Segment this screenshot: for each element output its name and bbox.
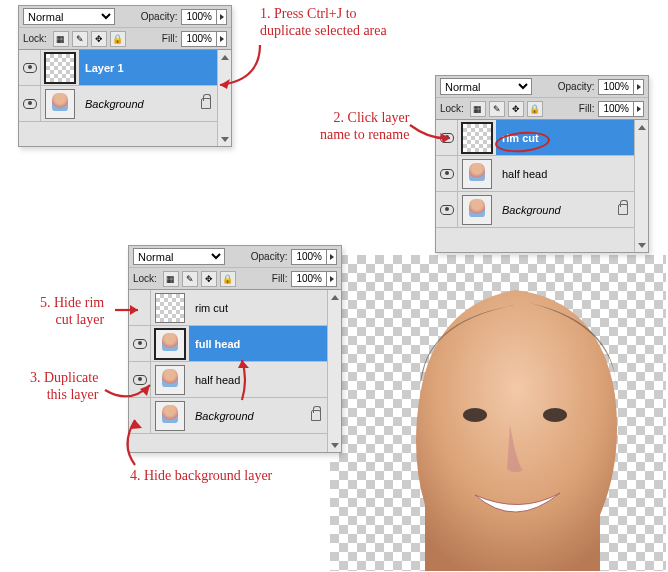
opacity-field[interactable]: 100% [598, 79, 644, 95]
fill-label: Fill: [579, 103, 595, 114]
scrollbar[interactable] [217, 50, 231, 146]
fill-field[interactable]: 100% [598, 101, 644, 117]
layer-thumbnail[interactable] [155, 329, 185, 359]
visibility-toggle[interactable] [19, 50, 41, 85]
lock-pixels-icon[interactable]: ✎ [182, 271, 198, 287]
layers-panel-2: Normal Opacity: 100% Lock: ▦ ✎ ✥ 🔒 Fill:… [435, 75, 649, 253]
visibility-toggle[interactable] [129, 362, 151, 397]
visibility-toggle[interactable] [436, 192, 458, 227]
lock-all-icon[interactable]: 🔒 [527, 101, 543, 117]
visibility-toggle[interactable] [436, 120, 458, 155]
lock-all-icon[interactable]: 🔒 [110, 31, 126, 47]
fill-label: Fill: [272, 273, 288, 284]
lock-buttons[interactable]: ▦ ✎ ✥ 🔒 [163, 271, 236, 287]
annotation-5: 5. Hide rim cut layer [40, 295, 104, 329]
fill-field[interactable]: 100% [291, 271, 337, 287]
layer-row[interactable]: full head [129, 326, 327, 362]
eye-icon [440, 133, 454, 143]
layer-name[interactable]: half head [189, 362, 327, 397]
layer-name[interactable]: rim cut [189, 290, 327, 325]
layer-thumbnail[interactable] [462, 159, 492, 189]
eye-icon [440, 205, 454, 215]
lock-pixels-icon[interactable]: ✎ [489, 101, 505, 117]
layer-name[interactable]: full head [189, 326, 327, 361]
layer-name[interactable]: Layer 1 [79, 50, 217, 85]
annotation-4: 4. Hide background layer [130, 468, 272, 485]
visibility-toggle[interactable] [19, 86, 41, 121]
layer-thumbnail[interactable] [462, 195, 492, 225]
layers-panel-3: Normal Opacity: 100% Lock: ▦ ✎ ✥ 🔒 Fill:… [128, 245, 342, 453]
scrollbar[interactable] [634, 120, 648, 252]
layer-row[interactable]: rim cut [436, 120, 634, 156]
layer-thumbnail[interactable] [45, 89, 75, 119]
opacity-label: Opacity: [558, 81, 595, 92]
lock-transparency-icon[interactable]: ▦ [163, 271, 179, 287]
lock-position-icon[interactable]: ✥ [91, 31, 107, 47]
layer-row[interactable]: rim cut [129, 290, 327, 326]
layer-name[interactable]: rim cut [496, 120, 634, 155]
layer-thumbnail[interactable] [45, 53, 75, 83]
blend-mode-select[interactable]: Normal [133, 248, 225, 265]
lock-pixels-icon[interactable]: ✎ [72, 31, 88, 47]
lock-icon [201, 98, 211, 109]
lock-label: Lock: [440, 103, 464, 114]
lock-transparency-icon[interactable]: ▦ [53, 31, 69, 47]
opacity-label: Opacity: [251, 251, 288, 262]
layer-row[interactable]: half head [436, 156, 634, 192]
blend-mode-select[interactable]: Normal [440, 78, 532, 95]
eye-icon [133, 375, 147, 385]
fill-field[interactable]: 100% [181, 31, 227, 47]
lock-icon [618, 204, 628, 215]
lock-buttons[interactable]: ▦ ✎ ✥ 🔒 [470, 101, 543, 117]
layer-name[interactable]: Background [496, 192, 634, 227]
layer-row[interactable]: Layer 1 [19, 50, 217, 86]
opacity-field[interactable]: 100% [291, 249, 337, 265]
annotation-3: 3. Duplicate this layer [30, 370, 98, 404]
lock-buttons[interactable]: ▦ ✎ ✥ 🔒 [53, 31, 126, 47]
eye-icon [440, 169, 454, 179]
eye-icon [133, 339, 147, 349]
blend-mode-select[interactable]: Normal [23, 8, 115, 25]
svg-point-1 [543, 408, 567, 422]
lock-label: Lock: [133, 273, 157, 284]
annotation-1: 1. Press Ctrl+J to duplicate selected ar… [260, 6, 387, 40]
layer-thumbnail[interactable] [155, 365, 185, 395]
opacity-label: Opacity: [141, 11, 178, 22]
head-cutout-image [365, 265, 665, 571]
layer-thumbnail[interactable] [155, 293, 185, 323]
scrollbar[interactable] [327, 290, 341, 452]
layer-thumbnail[interactable] [155, 401, 185, 431]
lock-position-icon[interactable]: ✥ [508, 101, 524, 117]
lock-transparency-icon[interactable]: ▦ [470, 101, 486, 117]
lock-icon [311, 410, 321, 421]
layer-thumbnail[interactable] [462, 123, 492, 153]
layer-row[interactable]: Background [436, 192, 634, 228]
fill-label: Fill: [162, 33, 178, 44]
layers-panel-1: Normal Opacity: 100% Lock: ▦ ✎ ✥ 🔒 Fill:… [18, 5, 232, 147]
visibility-toggle[interactable] [436, 156, 458, 191]
visibility-toggle[interactable] [129, 290, 151, 325]
annotation-2: 2. Click layer name to rename [320, 110, 409, 144]
svg-point-0 [463, 408, 487, 422]
lock-all-icon[interactable]: 🔒 [220, 271, 236, 287]
visibility-toggle[interactable] [129, 326, 151, 361]
layer-name[interactable]: half head [496, 156, 634, 191]
layer-row[interactable]: Background [19, 86, 217, 122]
eye-icon [23, 99, 37, 109]
lock-position-icon[interactable]: ✥ [201, 271, 217, 287]
layer-name[interactable]: Background [79, 86, 217, 121]
visibility-toggle[interactable] [129, 398, 151, 433]
layer-row[interactable]: half head [129, 362, 327, 398]
opacity-field[interactable]: 100% [181, 9, 227, 25]
eye-icon [23, 63, 37, 73]
lock-label: Lock: [23, 33, 47, 44]
layer-row[interactable]: Background [129, 398, 327, 434]
layer-name[interactable]: Background [189, 398, 327, 433]
